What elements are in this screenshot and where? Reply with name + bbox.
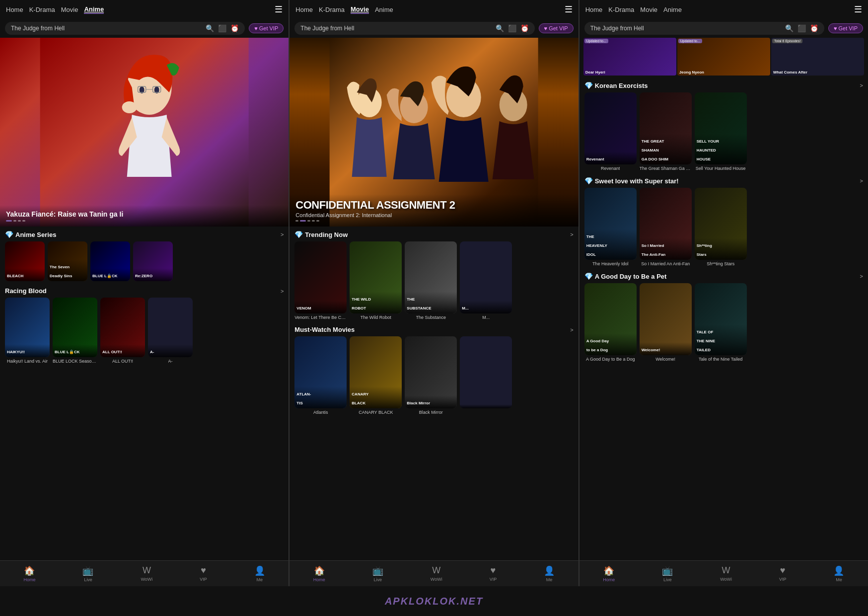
nav-item-anime[interactable]: Anime [375,6,393,13]
list-item[interactable]: Re:ZERO [133,241,173,281]
list-item[interactable]: Revenant [584,92,637,164]
list-item[interactable]: A- [148,298,193,357]
screen-icon[interactable]: ⬛ [797,24,806,32]
search-icon[interactable]: 🔍 [496,24,504,32]
nav-item-k-drama[interactable]: K-Drama [319,6,345,13]
bottom-nav-item-home[interactable]: 🏠Home [313,565,325,582]
section-more-button[interactable]: > [570,327,573,333]
search-bar[interactable]: 🔍⬛⏰ [294,22,534,35]
clock-icon[interactable]: ⏰ [810,24,818,32]
hamburger-menu[interactable]: ☰ [275,4,283,15]
list-item[interactable]: CANARY BLACK [350,336,402,408]
screen-icon[interactable]: ⬛ [218,24,226,32]
nav-item-movie[interactable]: Movie [61,6,78,13]
bottom-nav-icon-live: 📺 [82,565,93,576]
bottom-nav-item-live[interactable]: 📺Live [662,565,673,582]
section-2: 💎A Good Day to Be a Pet>A Good Day to be… [579,268,868,364]
bottom-nav-item-wowi[interactable]: WWoWi [141,565,152,582]
section-more-button[interactable]: > [860,82,863,88]
hamburger-menu[interactable]: ☰ [565,4,573,15]
section-more-button[interactable]: > [281,231,284,237]
list-item[interactable]: THE GREAT SHAMAN GA DOO SHIM [640,92,692,164]
bottom-nav-item-wowi[interactable]: WWoWi [720,565,732,582]
vip-button[interactable]: ♥ Get VIP [539,23,574,33]
list-item[interactable]: M... [460,241,512,313]
search-input[interactable] [300,25,491,32]
card-title: THE SUBSTANCE [407,297,431,310]
hamburger-menu[interactable]: ☰ [854,4,862,15]
section-more-button[interactable]: > [570,231,573,237]
bottom-nav-item-live[interactable]: 📺Live [372,565,383,582]
top-banner-1[interactable]: Updated to...Jeong Nyeon [677,38,770,76]
top-banner-0[interactable]: Updated to...Dear Hyeri [583,38,676,76]
list-item[interactable]: BLUE L🔒CK [53,298,97,357]
card-label: Venom: Let There Be Carnage [294,315,347,320]
list-item[interactable]: THE SUBSTANCE [405,241,457,313]
list-item[interactable]: So I Married The Anti-Fan [640,188,692,260]
nav-item-k-drama[interactable]: K-Drama [608,6,634,13]
bottom-nav-item-live[interactable]: 📺Live [82,565,93,582]
card-label: Welcome! [655,357,675,362]
nav-item-movie[interactable]: Movie [640,6,657,13]
list-item[interactable]: Welcome! [640,283,692,355]
search-bar[interactable]: 🔍⬛⏰ [5,22,245,35]
bottom-nav-icon-wowi: W [143,565,151,576]
section-0: 💎Korean Exorcists>RevenantRevenantTHE GR… [579,77,868,173]
nav-item-k-drama[interactable]: K-Drama [29,6,55,13]
gem-icon: 💎 [584,272,593,280]
bottom-nav-icon-live: 📺 [662,565,673,576]
hero-banner[interactable]: Yakuza Fiancé: Raise wa Tanin ga Ii [0,38,289,227]
list-item[interactable]: Black Mirror [405,336,457,408]
list-item[interactable]: Sh**ting Stars [695,188,747,260]
search-input[interactable] [590,25,781,32]
list-item[interactable]: VENOM [294,241,347,313]
list-item[interactable] [460,336,512,408]
bottom-nav-item-home[interactable]: 🏠Home [603,565,615,582]
list-item[interactable]: SELL YOUR HAUNTED HOUSE [695,92,747,164]
bottom-nav-item-me[interactable]: 👤Me [254,565,265,582]
nav-item-anime[interactable]: Anime [663,6,682,13]
section-more-button[interactable]: > [860,273,863,279]
bottom-nav-item-vip[interactable]: ♥VIP [490,565,497,582]
search-icon[interactable]: 🔍 [206,24,214,32]
card-wrapper: Sh**ting StarsSh**ting Stars [695,188,747,266]
nav-item-home[interactable]: Home [295,6,313,13]
nav-item-home[interactable]: Home [6,6,23,13]
bottom-nav-item-wowi[interactable]: WWoWi [431,565,442,582]
list-item[interactable]: ALL OUT!! [100,298,145,357]
top-banner-2[interactable]: Total 6 Episodes!What Comes After [771,38,864,76]
nav-item-movie[interactable]: Movie [351,5,369,14]
search-bar[interactable]: 🔍⬛⏰ [584,22,824,35]
hero-banner[interactable]: CONFIDENTIAL ASSIGNMENT 2Confidential As… [289,38,578,227]
card-title: TALE OF THE NINE TAILED [697,330,715,352]
list-item[interactable]: A Good Day to be a Dog [584,283,637,355]
card-wrapper: THE GREAT SHAMAN GA DOO SHIMThe Great Sh… [640,92,692,171]
section-more-button[interactable]: > [860,178,863,184]
list-item[interactable]: THE HEAVENLY IDOL [584,188,637,260]
nav-item-home[interactable]: Home [585,6,603,13]
list-item[interactable]: TALE OF THE NINE TAILED [695,283,747,355]
bottom-nav-item-vip[interactable]: ♥VIP [200,565,207,582]
card-label: BLUE LOCK Season 2 [53,359,97,364]
nav-item-anime[interactable]: Anime [84,5,104,14]
search-icon[interactable]: 🔍 [785,24,794,32]
screen-icon[interactable]: ⬛ [508,24,516,32]
bottom-nav-item-me[interactable]: 👤Me [833,565,844,582]
clock-icon[interactable]: ⏰ [520,24,529,32]
list-item[interactable]: The Seven Deadly Sins [48,241,87,281]
clock-icon[interactable]: ⏰ [230,24,239,32]
section-more-button[interactable]: > [281,288,284,294]
list-item[interactable]: THE WILD ROBOT [350,241,402,313]
list-item[interactable]: BLEACH [5,241,45,281]
list-item[interactable]: HAIKYU!! [5,298,50,357]
bottom-nav-item-home[interactable]: 🏠Home [23,565,35,582]
bottom-nav-item-me[interactable]: 👤Me [544,565,555,582]
bottom-nav-item-vip[interactable]: ♥VIP [779,565,787,582]
vip-button[interactable]: ♥ Get VIP [828,23,863,33]
vip-button[interactable]: ♥ Get VIP [249,23,284,33]
search-input[interactable] [11,25,202,32]
list-item[interactable]: BLUE L🔒CK [90,241,130,281]
section-title: 💎Anime Series [5,231,56,238]
banner-badge: Total 6 Episodes! [772,39,802,43]
list-item[interactable]: ATLAN- TIS [294,336,347,408]
